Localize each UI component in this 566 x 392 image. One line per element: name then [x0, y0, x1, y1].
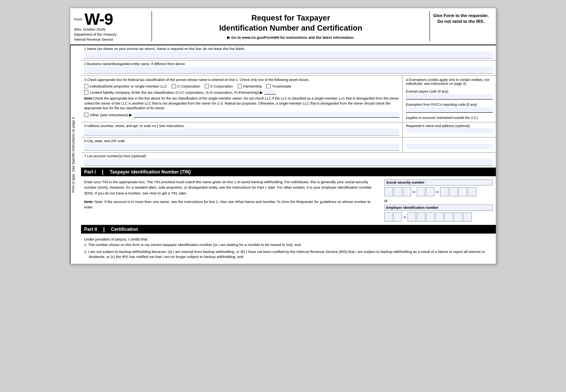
field5-row: 5 Address (number, street, and apt. or s… — [81, 122, 496, 138]
form-rev: (Rev. October 2018) — [74, 28, 152, 31]
cb-other-box[interactable] — [84, 113, 88, 117]
fatca-input[interactable] — [406, 107, 493, 113]
ssn-cell-5[interactable] — [426, 187, 435, 196]
row3-left: 3 Check appropriate box for federal tax … — [81, 76, 403, 122]
exempt-payee-label: Exempt payee code (if any) — [406, 89, 493, 93]
cb-s-corp-box[interactable] — [205, 84, 209, 88]
field1-row: 1 Name (as shown on your income tax retu… — [81, 45, 496, 60]
ssn-cell-1[interactable] — [384, 187, 393, 196]
requester-section: Requester's name and address (optional) — [403, 122, 496, 137]
cb-individual-box[interactable] — [84, 84, 88, 88]
exemptions-title: 4 Exemptions (codes apply only to certai… — [406, 78, 493, 86]
ssn-dash-1: – — [412, 189, 416, 195]
cb-individual-label: Individual/sole proprietor or single-mem… — [90, 84, 167, 88]
form-number: W-9 — [85, 11, 113, 28]
ein-cell-1[interactable] — [384, 212, 393, 222]
field2-row: 2 Business name/disregarded entity name,… — [81, 60, 496, 76]
field6-input[interactable] — [84, 144, 399, 151]
form-title-line2: Identification Number and Certification — [160, 23, 422, 33]
cb-trust[interactable]: Trust/estate — [266, 84, 291, 88]
ein-cell-3[interactable] — [407, 212, 416, 222]
ssn-cell-3[interactable] — [403, 187, 411, 196]
sidebar-label: Print or type. See Specific Instructions… — [70, 45, 81, 264]
other-input[interactable] — [134, 112, 399, 118]
field6-left: 6 City, state, and ZIP code — [81, 138, 403, 152]
ssn-cell-4[interactable] — [417, 187, 425, 196]
field5-label: 5 Address (number, street, and apt. or s… — [84, 124, 399, 128]
part1-note: Note: Note: If the account is in more th… — [84, 199, 380, 210]
note-label: Note: — [84, 96, 93, 100]
form-main: 1 Name (as shown on your income tax retu… — [81, 45, 496, 264]
llc-row: Limited liability company. Enter the tax… — [84, 90, 399, 95]
field7-input[interactable] — [84, 159, 493, 166]
ein-cell-7[interactable] — [445, 212, 453, 222]
tin-section: Social security number – – — [384, 179, 493, 222]
form-dept1: Department of the Treasury — [74, 33, 152, 36]
field7-row: 7 List account number(s) here (optional) — [81, 153, 496, 168]
under-penalties: Under penalties of perjury, I certify th… — [84, 237, 493, 242]
form-header: Form W-9 (Rev. October 2018) Department … — [70, 8, 496, 45]
part1-body: Enter your TIN in the appropriate box. T… — [81, 176, 496, 225]
give-form-note: Give Form to the requester. Do not send … — [430, 11, 492, 41]
cb-individual[interactable]: Individual/sole proprietor or single-mem… — [84, 84, 167, 88]
ein-cell-6[interactable] — [435, 212, 444, 222]
requester-input[interactable] — [406, 128, 493, 133]
field2-input[interactable] — [84, 67, 493, 74]
exempt-payee-input[interactable] — [406, 94, 493, 100]
ssn-cell-9[interactable] — [468, 187, 476, 196]
or-text: or — [384, 199, 493, 203]
llc-classification-input[interactable] — [264, 90, 276, 95]
form-number-section: Form W-9 (Rev. October 2018) Department … — [74, 11, 152, 41]
ein-label: Employer identification number — [384, 205, 493, 211]
field7-label: 7 List account number(s) here (optional) — [84, 154, 493, 158]
field5-left: 5 Address (number, street, and apt. or s… — [81, 122, 403, 137]
cb-trust-box[interactable] — [266, 84, 271, 88]
ssn-cell-8[interactable] — [459, 187, 467, 196]
part1-divider: | — [102, 169, 104, 175]
cb-partnership-box[interactable] — [238, 84, 242, 88]
field1-input[interactable] — [84, 52, 493, 58]
field5-input[interactable] — [84, 129, 399, 136]
cb-c-corp-box[interactable] — [172, 84, 176, 88]
ein-grid: – — [384, 212, 493, 222]
exemptions-section: 4 Exemptions (codes apply only to certai… — [403, 76, 496, 122]
cb-partnership[interactable]: Partnership — [238, 84, 262, 88]
cb-llc-box[interactable] — [84, 90, 88, 95]
ein-cell-5[interactable] — [426, 212, 435, 222]
part2-title: Certification — [111, 227, 138, 232]
form-dept2: Internal Revenue Service — [74, 38, 152, 41]
ein-dash: – — [403, 214, 407, 220]
cert-item1: 1. The number shown on this form is my c… — [84, 242, 493, 247]
part1-text: Enter your TIN in the appropriate box. T… — [84, 179, 380, 196]
ein-cell-8[interactable] — [454, 212, 462, 222]
note-text: Check the appropriate box in the line ab… — [84, 96, 399, 110]
form-label: Form — [74, 17, 82, 21]
w9-form: Form W-9 (Rev. October 2018) Department … — [70, 8, 496, 264]
ssn-dash-2: – — [435, 189, 439, 195]
cb-c-corp[interactable]: C Corporation — [172, 84, 200, 88]
field2-label: 2 Business name/disregarded entity name,… — [84, 62, 493, 66]
cb-s-corp[interactable]: S Corporation — [205, 84, 233, 88]
row3-container: 3 Check appropriate box for federal tax … — [81, 76, 496, 122]
row3-label: 3 Check appropriate box for federal tax … — [84, 78, 399, 82]
other-label: Other (see instructions) ▶ — [90, 113, 132, 117]
field1-label: 1 Name (as shown on your income tax retu… — [84, 47, 493, 51]
fatca-note: (Applies to accounts maintained outside … — [406, 116, 493, 120]
field6-row: 6 City, state, and ZIP code — [81, 138, 496, 153]
ssn-cell-6[interactable] — [440, 187, 449, 196]
ssn-cell-7[interactable] — [449, 187, 458, 196]
part2-body: Under penalties of perjury, I certify th… — [81, 234, 496, 264]
ein-cell-4[interactable] — [417, 212, 425, 222]
ein-cell-2[interactable] — [393, 212, 402, 222]
ssn-cell-2[interactable] — [393, 187, 402, 196]
form-title-section: Request for Taxpayer Identification Numb… — [152, 11, 430, 41]
exempt-payee-section: Exempt payee code (if any) — [406, 89, 493, 100]
cb-s-corp-label: S Corporation — [210, 84, 233, 88]
form-subtitle: ▶ Go to www.irs.gov/FormW9 for instructi… — [160, 35, 422, 40]
requester-addr-input[interactable] — [406, 144, 493, 149]
cb-c-corp-label: C Corporation — [177, 84, 200, 88]
ssn-grid: – – — [384, 187, 493, 196]
ein-cell-9[interactable] — [463, 212, 472, 222]
part1-title: Taxpayer Identification Number (TIN) — [110, 169, 191, 175]
part1-label: Part I — [84, 169, 96, 175]
